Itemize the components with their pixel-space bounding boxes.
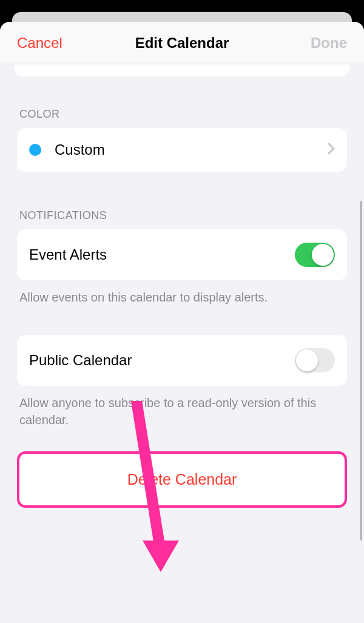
public-calendar-row: Public Calendar <box>17 335 347 386</box>
color-section-header: COLOR <box>19 108 345 121</box>
event-alerts-footer: Allow events on this calendar to display… <box>19 289 345 306</box>
event-alerts-label: Event Alerts <box>29 246 295 263</box>
modal-header: Cancel Edit Calendar Done <box>0 22 364 64</box>
event-alerts-row: Event Alerts <box>17 229 347 280</box>
public-calendar-footer: Allow anyone to subscribe to a read-only… <box>19 394 345 428</box>
done-button[interactable]: Done <box>311 35 347 52</box>
cancel-button[interactable]: Cancel <box>17 35 62 52</box>
color-swatch-icon <box>29 144 41 156</box>
scrollbar[interactable] <box>360 201 362 540</box>
page-title: Edit Calendar <box>135 35 229 52</box>
color-row[interactable]: Custom <box>17 128 347 172</box>
delete-calendar-button[interactable]: Delete Calendar <box>17 451 347 508</box>
delete-calendar-label: Delete Calendar <box>127 471 237 488</box>
content-scroll[interactable]: COLOR Custom NOTIFICATIONS Event Alerts … <box>0 64 364 623</box>
notifications-section-header: NOTIFICATIONS <box>19 209 345 222</box>
previous-section-peek <box>15 64 349 76</box>
color-label: Custom <box>55 141 328 158</box>
switch-knob <box>296 349 318 371</box>
event-alerts-toggle[interactable] <box>295 243 335 267</box>
chevron-right-icon <box>328 143 335 157</box>
public-calendar-label: Public Calendar <box>29 352 295 369</box>
public-calendar-toggle[interactable] <box>295 348 335 372</box>
switch-knob <box>312 244 334 266</box>
edit-calendar-modal: Cancel Edit Calendar Done COLOR Custom N… <box>0 22 364 623</box>
